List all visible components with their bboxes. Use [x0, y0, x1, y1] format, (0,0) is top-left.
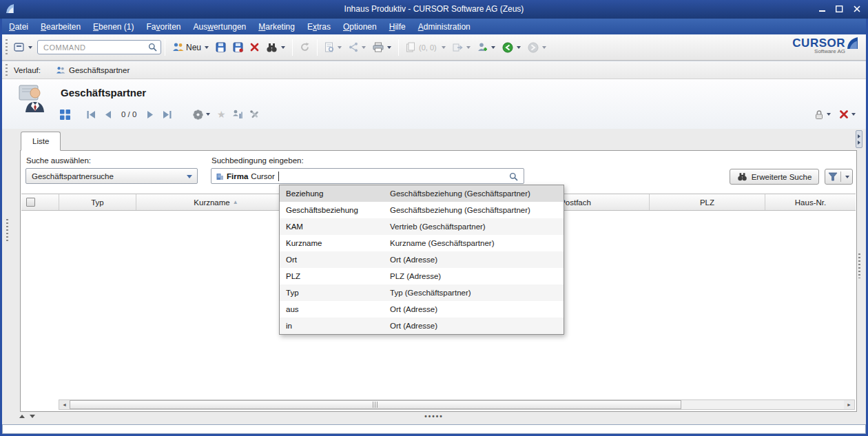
scrollbar-thumb[interactable]	[70, 400, 681, 409]
autocomplete-dropdown: BeziehungGeschäftsbeziehung (Geschäftspa…	[279, 185, 564, 335]
autocomplete-item-gesch-ftsbeziehung[interactable]: GeschäftsbeziehungGeschäftsbeziehung (Ge…	[280, 202, 564, 218]
menu-item-favoriten[interactable]: Favoriten	[140, 20, 187, 34]
autocomplete-item-in[interactable]: inOrt (Adresse)	[280, 318, 564, 334]
search-profile-select[interactable]: Geschäftspartnersuche	[25, 168, 198, 184]
history-bar-grip[interactable]	[6, 64, 8, 76]
tab-label: Liste	[32, 137, 49, 145]
find-button[interactable]	[263, 38, 288, 56]
autocomplete-item-description: Vertrieb (Geschäftspartner)	[390, 218, 486, 235]
menu-item-ebenen-1[interactable]: Ebenen (1)	[87, 20, 140, 34]
print-button[interactable]	[370, 38, 394, 56]
chevron-down-icon	[542, 46, 546, 49]
new-button[interactable]: Neu	[169, 38, 211, 56]
export-icon	[453, 43, 463, 52]
scrollbar-track[interactable]	[70, 400, 844, 409]
column-header-kurzname[interactable]: Kurzname▲	[136, 194, 296, 210]
search-icon[interactable]	[509, 172, 518, 181]
lock-button[interactable]	[813, 107, 832, 122]
floppy-plus-icon	[233, 42, 243, 52]
horizontal-scrollbar[interactable]: ◄ ►	[59, 399, 855, 410]
search-profile-value: Geschäftspartnersuche	[32, 172, 114, 180]
menu-item-extras[interactable]: Extras	[301, 20, 337, 34]
chevron-right-icon	[858, 141, 860, 145]
menu-item-hilfe[interactable]: Hilfe	[383, 20, 412, 34]
menu-item-administration[interactable]: Administration	[412, 20, 477, 34]
assign-user-button[interactable]	[475, 38, 498, 56]
collapse-down-button[interactable]	[30, 415, 35, 418]
autocomplete-item-beziehung[interactable]: BeziehungGeschäftsbeziehung (Geschäftspa…	[280, 185, 564, 202]
close-record-button[interactable]	[838, 107, 857, 122]
condition-text: Cursor	[251, 172, 275, 180]
export-button[interactable]	[450, 38, 473, 56]
menu-item-auswertungen[interactable]: Auswertungen	[187, 20, 253, 34]
autocomplete-item-name: Beziehung	[286, 185, 323, 202]
nav-next-button[interactable]	[143, 107, 157, 122]
close-button[interactable]	[849, 3, 864, 15]
advanced-search-button[interactable]: Erweiterte Suche	[730, 169, 819, 185]
autocomplete-item-kurzname[interactable]: KurznameKurzname (Geschäftspartner)	[280, 235, 564, 251]
printer-icon	[373, 42, 384, 52]
panel-expander-button[interactable]	[856, 130, 862, 148]
tabbar: Liste	[0, 129, 868, 150]
autocomplete-item-name: Geschäftsbeziehung	[286, 202, 358, 218]
nav-last-button[interactable]	[160, 107, 174, 122]
person-plus-icon	[477, 42, 488, 52]
autocomplete-item-description: Kurzname (Geschäftspartner)	[390, 235, 494, 251]
refresh-button[interactable]	[297, 38, 313, 56]
menu-item-optionen[interactable]: Optionen	[337, 20, 383, 34]
autocomplete-item-kam[interactable]: KAMVertrieb (Geschäftspartner)	[280, 218, 564, 235]
new-button-label: Neu	[186, 43, 201, 52]
share-button[interactable]	[346, 38, 369, 56]
nav-prev-button[interactable]	[101, 107, 114, 122]
search-condition-label: Suchbedingung eingeben:	[211, 156, 304, 165]
left-splitter-handle[interactable]	[6, 219, 8, 241]
save-all-button[interactable]	[230, 38, 246, 56]
clipboard-count-button[interactable]: (0, 0)	[403, 38, 448, 56]
column-header-haus-nr[interactable]: Haus-Nr.	[765, 194, 856, 210]
autocomplete-item-typ[interactable]: TypTyp (Geschäftspartner)	[280, 284, 564, 301]
menubar: DateiBearbeitenEbenen (1)FavoritenAuswer…	[0, 19, 868, 34]
history-entry-geschaeftspartner[interactable]: Geschäftspartner	[56, 66, 130, 74]
lock-icon	[814, 110, 824, 120]
menu-item-marketing[interactable]: Marketing	[252, 20, 301, 34]
autocomplete-item-aus[interactable]: ausOrt (Adresse)	[280, 301, 564, 318]
menu-item-bearbeiten[interactable]: Bearbeiten	[34, 20, 87, 34]
toolbar-grip[interactable]	[6, 39, 8, 56]
first-record-icon	[86, 110, 96, 119]
command-menu-button[interactable]	[11, 38, 35, 56]
command-input[interactable]	[37, 40, 161, 54]
nav-first-button[interactable]	[84, 107, 98, 122]
document-search-button[interactable]	[322, 38, 344, 56]
autocomplete-item-description: Ort (Adresse)	[390, 318, 437, 334]
column-header-typ[interactable]: Typ	[59, 194, 136, 210]
minimize-button[interactable]	[815, 3, 829, 15]
settings-button[interactable]	[192, 107, 211, 122]
delete-button[interactable]	[247, 38, 262, 56]
titlebar[interactable]: Inhaus Produktiv - CURSOR Software AG (Z…	[0, 0, 868, 19]
autocomplete-item-ort[interactable]: OrtOrt (Adresse)	[280, 251, 564, 268]
window-border-left	[0, 19, 2, 436]
chevron-down-icon	[466, 46, 471, 49]
view-grid-button[interactable]	[58, 107, 72, 122]
autocomplete-item-plz[interactable]: PLZPLZ (Adresse)	[280, 268, 564, 284]
business-partner-icon	[56, 66, 65, 74]
forward-button[interactable]	[525, 38, 549, 56]
expand-up-button[interactable]	[19, 415, 25, 418]
tools-button[interactable]	[247, 107, 261, 122]
back-button[interactable]	[499, 38, 524, 56]
search-condition-input[interactable]: Firma Cursor	[211, 168, 524, 184]
hierarchy-button[interactable]	[231, 107, 245, 122]
select-all-checkbox[interactable]	[26, 198, 35, 207]
save-button[interactable]	[213, 38, 229, 56]
filter-button[interactable]	[825, 169, 853, 185]
column-header-select[interactable]	[21, 194, 59, 210]
scroll-right-button[interactable]: ►	[844, 400, 854, 409]
favorite-button[interactable]: ★	[214, 107, 228, 122]
tab-liste[interactable]: Liste	[21, 132, 61, 151]
column-header-plz[interactable]: PLZ	[650, 194, 765, 210]
right-splitter-handle[interactable]	[858, 253, 860, 278]
menu-item-datei[interactable]: Datei	[3, 20, 34, 34]
scroll-left-button[interactable]: ◄	[59, 400, 70, 409]
splitter-dots-handle[interactable]: •••••	[424, 413, 444, 420]
maximize-button[interactable]	[832, 3, 847, 15]
